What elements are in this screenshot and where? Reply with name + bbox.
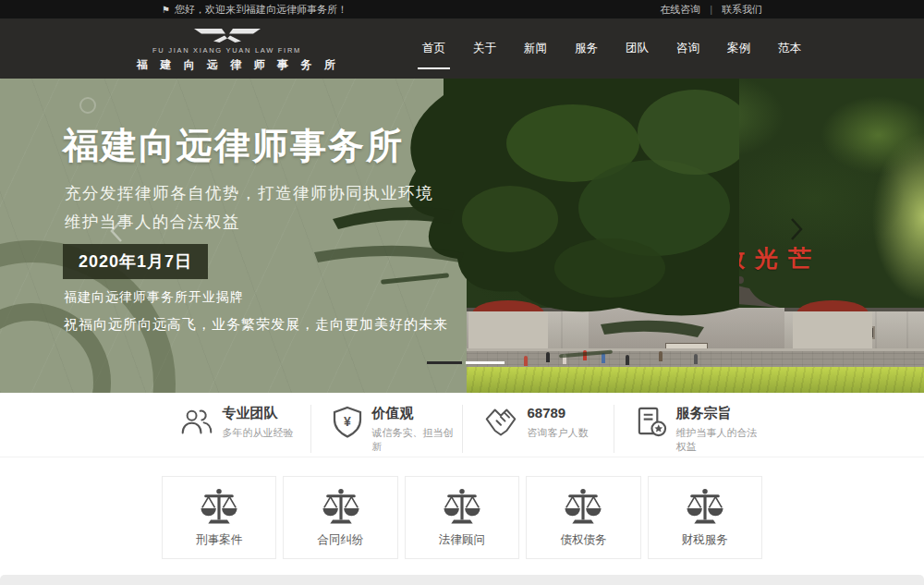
- nav-item-news[interactable]: 新闻: [522, 35, 549, 62]
- hero-photo: 古田会议永放光芒: [467, 79, 924, 393]
- contact-us-link[interactable]: 联系我们: [722, 3, 762, 17]
- service-card-label: 财税服务: [649, 532, 761, 548]
- photo-hall-roof: [576, 276, 797, 311]
- photo-gable-wall-left: [468, 311, 548, 352]
- photo-hall-wall: [589, 308, 784, 352]
- photo-person: [546, 352, 550, 362]
- hero-news-line2: 祝福向远所向远高飞，业务繁荣发展，走向更加美好的未来: [64, 316, 448, 334]
- photo-main-hall: [576, 276, 797, 352]
- carousel-prev-arrow[interactable]: [107, 217, 126, 248]
- nav-item-templates[interactable]: 范本: [776, 35, 803, 62]
- site-header: FU JIAN XIANG YUAN LAW FIRM 福 建 向 远 律 师 …: [0, 18, 924, 79]
- scale-icon: [685, 487, 725, 526]
- photo-person: [524, 356, 528, 366]
- scale-icon: [321, 487, 361, 526]
- flag-icon: ⚑: [162, 5, 170, 15]
- service-card-label: 刑事案件: [163, 532, 275, 548]
- welcome-text: 您好，欢迎来到福建向远律师事务所！: [175, 3, 347, 17]
- hero-date-badge: 2020年1月7日: [63, 244, 208, 279]
- shield-yen-icon: ¥: [332, 406, 363, 439]
- carousel-next-arrow[interactable]: [787, 215, 806, 246]
- document-star-icon: [635, 406, 667, 438]
- feature-values: ¥ 价值观 诚信务实、担当创新: [310, 405, 462, 453]
- nav-item-home[interactable]: 首页: [420, 35, 447, 62]
- feature-title: 68789: [528, 405, 589, 422]
- photo-flower-field: [467, 367, 924, 393]
- logo-mark-icon: [192, 27, 262, 44]
- service-card-debt[interactable]: 债权债务: [526, 476, 640, 559]
- topbar: ⚑ 您好，欢迎来到福建向远律师事务所！ 在线咨询 | 联系我们: [0, 0, 924, 18]
- scale-icon: [563, 487, 603, 526]
- nav-item-services[interactable]: 服务: [573, 35, 600, 62]
- svg-text:¥: ¥: [344, 414, 351, 429]
- logo-cn-text: 福 建 向 远 律 师 事 务 所: [137, 57, 317, 73]
- feature-client-count: 68789 咨询客户人数: [462, 405, 614, 453]
- service-card-label: 法律顾问: [406, 532, 518, 548]
- law-firm-homepage: ⚑ 您好，欢迎来到福建向远律师事务所！ 在线咨询 | 联系我们 FU JIAN …: [0, 0, 924, 585]
- feature-desc: 多年的从业经验: [223, 426, 294, 440]
- topbar-separator: |: [710, 4, 712, 15]
- service-card-criminal[interactable]: 刑事案件: [162, 476, 276, 559]
- nav-item-about[interactable]: 关于: [471, 35, 498, 62]
- service-card-counsel[interactable]: 法律顾问: [405, 476, 519, 559]
- nav-item-cases[interactable]: 案例: [725, 35, 752, 62]
- photo-person: [694, 354, 698, 364]
- photo-slogan-text: 古田会议永放光芒: [494, 243, 882, 274]
- team-icon: [180, 406, 213, 437]
- feature-strip: 专业团队 多年的从业经验 ¥ 价值观 诚信务实、担当创新: [0, 393, 924, 457]
- hero-subtitle-line2: 维护当事人的合法权益: [65, 211, 240, 233]
- feature-desc: 诚信务实、担当创新: [372, 426, 462, 454]
- main-nav: 首页 关于 新闻 服务 团队 咨询 案例 范本: [420, 18, 803, 79]
- online-consult-link[interactable]: 在线咨询: [660, 3, 700, 17]
- feature-title: 价值观: [372, 405, 462, 422]
- service-card-tax[interactable]: 财税服务: [648, 476, 762, 559]
- photo-person: [563, 354, 566, 364]
- service-cards: 刑事案件 合同纠纷 法律顾问 债权债务 财税服务: [0, 457, 924, 559]
- service-card-label: 合同纠纷: [284, 532, 396, 548]
- handshake-icon: [483, 406, 518, 439]
- feature-title: 服务宗旨: [676, 405, 765, 422]
- nav-item-consult[interactable]: 咨询: [675, 35, 701, 62]
- feature-desc: 咨询客户人数: [528, 426, 589, 440]
- service-card-label: 债权债务: [527, 532, 639, 548]
- scale-icon: [442, 487, 482, 526]
- scale-icon: [199, 487, 239, 526]
- service-card-contract[interactable]: 合同纠纷: [283, 476, 397, 559]
- photo-person: [583, 350, 587, 360]
- photo-person: [602, 353, 605, 363]
- photo-gable-wall-right: [793, 311, 872, 352]
- logo-en-text: FU JIAN XIANG YUAN LAW FIRM: [137, 46, 317, 55]
- photo-person: [659, 351, 663, 361]
- hero-news-line1: 福建向远律师事务所开业揭牌: [64, 289, 244, 306]
- carousel-dot[interactable]: [466, 361, 505, 364]
- hero-title: 福建向远律师事务所: [63, 121, 404, 171]
- feature-desc: 维护当事人的合法权益: [676, 426, 765, 454]
- chevron-left-icon: [107, 217, 126, 245]
- feature-title: 专业团队: [223, 405, 294, 422]
- chevron-right-icon: [787, 215, 806, 243]
- decor-circle-outline: [79, 97, 96, 114]
- carousel-dot-active[interactable]: [427, 361, 462, 364]
- photo-person: [626, 355, 629, 365]
- hero-subtitle-line1: 充分发挥律师各自优势，打造律师协同执业环境: [65, 182, 433, 204]
- nav-item-team[interactable]: 团队: [624, 35, 650, 62]
- feature-team: 专业团队 多年的从业经验: [160, 405, 310, 453]
- logo[interactable]: FU JIAN XIANG YUAN LAW FIRM 福 建 向 远 律 师 …: [137, 27, 317, 73]
- hero-carousel: 古田会议永放光芒: [0, 79, 924, 393]
- next-section-strip: [0, 575, 924, 585]
- feature-mission: 服务宗旨 维护当事人的合法权益: [614, 405, 765, 453]
